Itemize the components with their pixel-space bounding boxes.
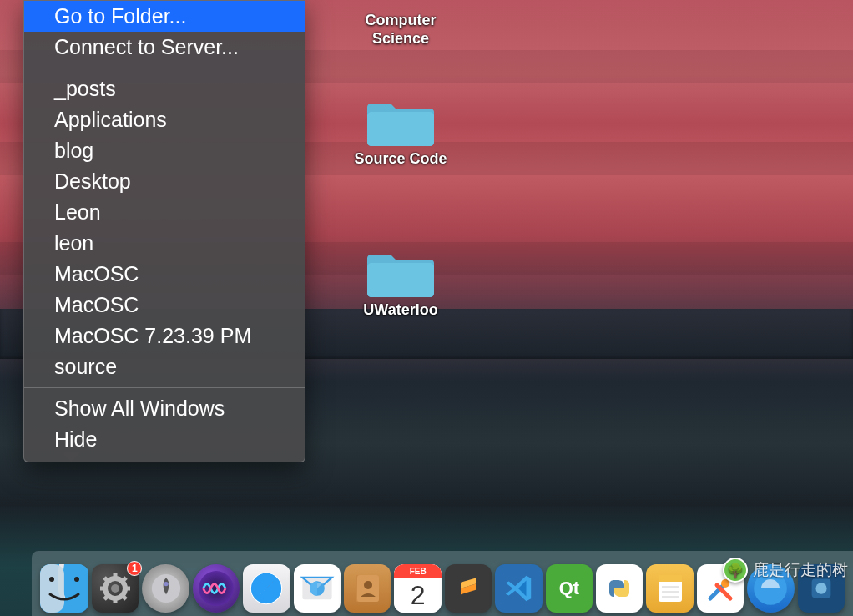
- contacts-icon: [351, 572, 384, 605]
- notes-icon: [654, 572, 687, 605]
- menu-item-recent-blog[interactable]: blog: [24, 135, 305, 166]
- svg-line-13: [123, 596, 126, 599]
- folder-icon: [367, 245, 434, 298]
- dock-system-preferences[interactable]: 1: [92, 564, 139, 613]
- watermark-icon: 🌳: [723, 558, 748, 583]
- menu-item-recent-macosc1[interactable]: MacOSC: [24, 259, 305, 290]
- finder-context-menu: Go to Folder... Connect to Server... _po…: [23, 0, 305, 462]
- dock-finder[interactable]: [40, 564, 88, 613]
- vscode-icon: [502, 573, 534, 604]
- folder-label: Source Code: [334, 150, 467, 169]
- dock-calendar[interactable]: FEB 2: [394, 564, 441, 613]
- svg-line-15: [104, 596, 108, 599]
- svg-point-42: [815, 583, 826, 593]
- desktop-folder-uwaterloo[interactable]: UWaterloo: [334, 245, 467, 320]
- calendar-day: 2: [394, 578, 441, 613]
- dock-launchpad[interactable]: [142, 564, 189, 613]
- folder-label: Computer Science: [334, 12, 467, 48]
- menu-item-recent-desktop[interactable]: Desktop: [24, 166, 305, 197]
- notification-badge: 1: [127, 561, 142, 576]
- menu-item-recent-macosc3[interactable]: MacOSC 7.23.39 PM: [24, 321, 305, 351]
- svg-line-12: [104, 578, 108, 581]
- watermark: 🌳 鹿是行走的树: [723, 558, 848, 583]
- menu-item-hide[interactable]: Hide: [24, 424, 305, 455]
- svg-point-4: [49, 577, 54, 582]
- gear-icon: [98, 572, 132, 605]
- svg-point-7: [111, 584, 119, 593]
- svg-rect-1: [367, 263, 434, 297]
- dock-sublime[interactable]: [445, 564, 492, 613]
- menu-item-go-to-folder[interactable]: Go to Folder...: [24, 1, 305, 32]
- qt-icon: Qt: [559, 578, 579, 599]
- svg-rect-33: [659, 575, 682, 582]
- svg-rect-3: [40, 564, 64, 613]
- menu-item-recent-posts[interactable]: _posts: [24, 73, 305, 104]
- svg-rect-0: [367, 112, 434, 146]
- finder-icon: [40, 564, 88, 613]
- menu-separator: [24, 68, 305, 68]
- dock-mail[interactable]: [294, 564, 341, 613]
- menu-separator: [24, 387, 305, 388]
- calendar-month: FEB: [394, 564, 441, 578]
- dock-siri[interactable]: [193, 564, 240, 613]
- svg-point-5: [74, 577, 79, 582]
- menu-item-recent-source[interactable]: source: [24, 351, 305, 382]
- siri-icon: [198, 570, 235, 607]
- menu-item-recent-leon-cap[interactable]: Leon: [24, 197, 305, 228]
- dock-python-idle[interactable]: [596, 564, 643, 613]
- folder-label: UWaterloo: [334, 301, 467, 320]
- menu-item-show-all-windows[interactable]: Show All Windows: [24, 393, 305, 424]
- desktop-folder-computer-science[interactable]: Computer Science: [334, 8, 467, 48]
- desktop-folder-source-code[interactable]: Source Code: [334, 93, 467, 169]
- menu-item-connect-to-server[interactable]: Connect to Server...: [24, 32, 305, 63]
- dock-safari[interactable]: [243, 564, 290, 613]
- menu-item-recent-applications[interactable]: Applications: [24, 104, 305, 135]
- svg-point-17: [164, 582, 168, 586]
- svg-line-14: [123, 578, 126, 581]
- watermark-text: 鹿是行走的树: [753, 559, 848, 581]
- python-icon: [603, 572, 636, 605]
- menu-item-recent-leon-low[interactable]: leon: [24, 228, 305, 259]
- dock-contacts[interactable]: [344, 564, 391, 613]
- dock-qt[interactable]: Qt: [546, 564, 593, 613]
- safari-icon: [248, 570, 285, 607]
- mail-icon: [299, 570, 336, 607]
- rocket-icon: [151, 573, 181, 603]
- sublime-icon: [453, 573, 483, 603]
- folder-icon: [367, 93, 434, 147]
- menu-item-recent-macosc2[interactable]: MacOSC: [24, 290, 305, 321]
- dock-notes[interactable]: [646, 564, 693, 613]
- svg-point-30: [364, 581, 372, 589]
- dock-vscode[interactable]: [495, 564, 542, 613]
